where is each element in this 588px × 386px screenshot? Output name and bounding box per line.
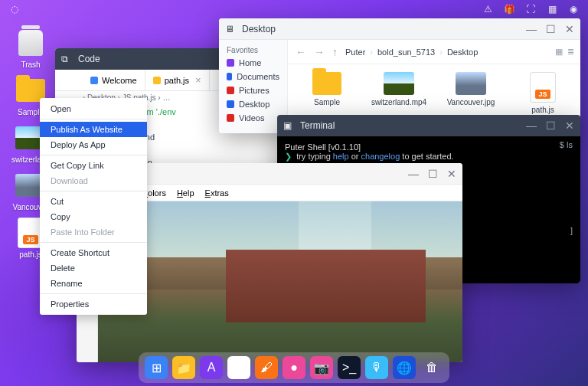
code-tab-welcome[interactable]: Welcome (83, 70, 145, 90)
ctx-get copy link[interactable]: Get Copy Link (40, 158, 147, 173)
code-icon: ⧉ (61, 54, 72, 64)
gift-icon[interactable]: 🎁 (504, 4, 514, 15)
js-icon (153, 77, 161, 84)
ctx-paste into folder: Paste Into Folder (40, 224, 147, 240)
context-menu: OpenPublish As WebsiteDeploy As AppGet C… (40, 98, 147, 315)
dock: ⊞📁A◧🖌●📷>_🎙🌐🗑 (139, 352, 449, 383)
fullscreen-icon[interactable]: ⛶ (525, 4, 536, 15)
dock-apps[interactable]: ⊞ (145, 356, 168, 379)
home-icon (227, 59, 234, 67)
dock-mic[interactable]: 🎙 (365, 356, 388, 379)
menu-separator (40, 293, 147, 294)
fm-toolbar: ← → ↑ Puter›bold_sun_5713›Desktop ▦ ≣ (288, 40, 580, 64)
nav-forward-icon[interactable]: → (314, 46, 325, 58)
close-button[interactable]: ✕ (447, 168, 456, 180)
fm-breadcrumbs[interactable]: Puter›bold_sun_5713›Desktop (345, 47, 478, 57)
img-menu-extras[interactable]: Extras (205, 188, 229, 198)
welcome-icon (90, 77, 98, 84)
doc-icon (227, 73, 232, 80)
logo-icon[interactable]: ◌ (9, 4, 20, 15)
dock-recorder[interactable]: ● (283, 356, 305, 379)
dock-globe[interactable]: 🌐 (393, 356, 416, 379)
sidebar-item-desktop[interactable]: Desktop (219, 97, 287, 111)
ctx-properties[interactable]: Properties (40, 296, 147, 312)
vid-icon (227, 114, 234, 122)
desk-icon (227, 100, 234, 108)
fm-title: Desktop (242, 24, 520, 34)
ctx-copy[interactable]: Copy (40, 209, 147, 224)
fm-favorites-header: Favorites (219, 44, 287, 56)
sidebar-item-home[interactable]: Home (219, 56, 287, 70)
pic-icon (227, 87, 234, 94)
ctx-create shortcut[interactable]: Create Shortcut (40, 245, 147, 260)
ctx-deploy as app[interactable]: Deploy As App (40, 137, 147, 152)
nav-back-icon[interactable]: ← (296, 46, 306, 58)
alert-icon[interactable]: ⚠ (482, 4, 493, 15)
term-title: Terminal (300, 120, 520, 131)
dock-files[interactable]: 📁 (172, 356, 195, 379)
desktop-icon-trash[interactable]: Trash (9, 28, 52, 69)
term-prompt-icon: ❯ (285, 152, 292, 161)
dock-terminal[interactable]: >_ (338, 356, 361, 379)
minimize-button[interactable]: — (408, 168, 419, 180)
menu-separator (40, 155, 147, 155)
minimize-button[interactable]: — (526, 23, 537, 35)
view-list-icon[interactable]: ≣ (567, 47, 574, 57)
dock-trash[interactable]: 🗑 (420, 356, 443, 379)
img-canvas[interactable] (98, 201, 462, 362)
sidebar-item-documents[interactable]: Documents (219, 70, 287, 83)
ctx-download: Download (40, 173, 147, 188)
img-menu-help[interactable]: Help (177, 188, 194, 198)
view-grid-icon[interactable]: ▦ (555, 47, 563, 57)
dock-camera[interactable]: 📷 (310, 356, 333, 379)
menu-separator (40, 191, 147, 191)
sidebar-item-pictures[interactable]: Pictures (219, 83, 287, 97)
maximize-button[interactable]: ☐ (546, 119, 556, 132)
trash-icon (15, 28, 46, 58)
user-icon[interactable]: ◉ (568, 4, 579, 15)
maximize-button[interactable]: ☐ (546, 23, 556, 35)
menubar: ◌ ⚠🎁⛶▦◉ (0, 0, 588, 18)
ctx-cut[interactable]: Cut (40, 194, 147, 209)
ctx-rename[interactable]: Rename (40, 276, 147, 291)
close-icon[interactable]: × (195, 74, 201, 86)
desktop-icon: 🖥 (225, 24, 236, 34)
menu-separator (40, 242, 147, 243)
maximize-button[interactable]: ☐ (428, 168, 438, 180)
menu-separator (40, 119, 147, 119)
nav-up-icon[interactable]: ↑ (332, 46, 338, 58)
terminal-icon: ▣ (283, 120, 294, 131)
qr-icon[interactable]: ▦ (547, 4, 557, 15)
dock-cube[interactable]: ◧ (227, 356, 250, 379)
ctx-publish as website[interactable]: Publish As Website (40, 122, 147, 137)
close-button[interactable]: ✕ (565, 23, 574, 35)
term-titlebar[interactable]: ▣ Terminal — ☐ ✕ (277, 115, 580, 136)
minimize-button[interactable]: — (526, 119, 537, 132)
ctx-delete[interactable]: Delete (40, 260, 147, 276)
dock-text[interactable]: A (200, 356, 223, 379)
close-button[interactable]: ✕ (565, 119, 574, 132)
fm-titlebar[interactable]: 🖥 Desktop — ☐ ✕ (219, 18, 580, 40)
code-tab-pathjs[interactable]: path.js × (145, 70, 210, 90)
ctx-open[interactable]: Open (40, 101, 147, 116)
dock-paint[interactable]: 🖌 (255, 356, 278, 379)
